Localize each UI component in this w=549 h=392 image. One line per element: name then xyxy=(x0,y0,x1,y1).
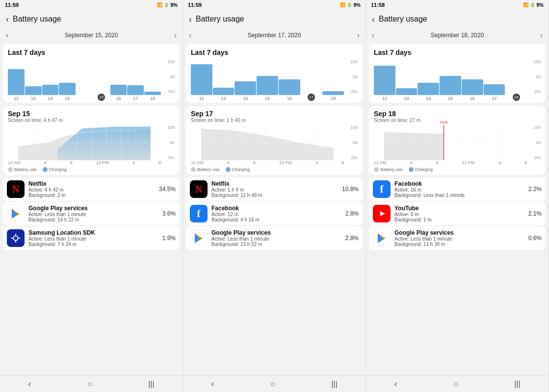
status-bar: 11:59 📶🔋9% xyxy=(183,0,366,10)
app-item[interactable]: YouTube Active: 9 m Background: 1 m 2.1% xyxy=(369,202,546,225)
chart-legend: Battery use Charging xyxy=(374,166,541,173)
app-percent: 3.6% xyxy=(162,210,176,217)
nav-home-button[interactable]: ○ xyxy=(264,378,281,391)
date-text: September 18, 2020 xyxy=(378,32,536,39)
app-info: Netflix Active: 4 h 42 m Background: 2 m xyxy=(28,180,155,198)
svg-marker-17 xyxy=(201,128,334,160)
header: ‹ Battery usage xyxy=(0,10,183,28)
app-percent: 10.8% xyxy=(342,186,359,193)
battery-legend: Battery use xyxy=(374,167,403,172)
app-background: Background: 7 h 24 m xyxy=(28,242,158,247)
app-background: Background: 23 h 52 m xyxy=(211,242,341,247)
app-icon xyxy=(373,205,391,222)
date-prev-button[interactable]: ‹ xyxy=(4,31,10,40)
app-item[interactable]: Google Play services Active: Less than 1… xyxy=(3,202,180,225)
date-text: September 15, 2020 xyxy=(12,32,170,39)
date-next-button[interactable]: › xyxy=(355,31,362,40)
charging-legend: Charging xyxy=(43,167,67,172)
app-list: f Facebook Active: 16 m Background: Less… xyxy=(366,176,549,375)
app-name: Netflix xyxy=(211,180,338,187)
app-item[interactable]: Samsung Location SDK Active: Less than 1… xyxy=(3,226,180,250)
app-icon xyxy=(7,229,25,247)
app-item[interactable]: N Netflix Active: 1 h 9 m Background: 11… xyxy=(186,177,363,201)
nav-recents-button[interactable]: ||| xyxy=(508,378,526,391)
app-active: Active: 4 h 42 m xyxy=(28,187,155,193)
daily-date: Sep 18 xyxy=(374,110,541,118)
app-percent: 2.2% xyxy=(528,186,542,193)
last7-card: Last 7 days 12 13 14 15 1 xyxy=(186,44,363,103)
date-nav: ‹ September 15, 2020 › xyxy=(0,28,183,42)
screen-time: Screen on time: 4 h 47 m xyxy=(8,118,175,123)
battery-legend: Battery use xyxy=(8,167,37,172)
daily-date: Sep 17 xyxy=(191,110,358,118)
app-name: Google Play services xyxy=(211,229,341,236)
app-info: Facebook Active: 16 m Background: Less t… xyxy=(394,180,524,198)
date-next-button[interactable]: › xyxy=(172,31,179,40)
screen-time: Screen on time: 27 m xyxy=(374,118,541,123)
app-info: Samsung Location SDK Active: Less than 1… xyxy=(28,229,158,247)
nav-back-button[interactable]: ‹ xyxy=(22,377,37,391)
status-icons: 📶🔋9% xyxy=(340,2,361,8)
app-background: Background: 2 m xyxy=(28,193,155,198)
app-name: Google Play services xyxy=(394,229,524,236)
app-active: Active: Less than 1 minute xyxy=(211,236,341,242)
svg-text:Now: Now xyxy=(440,120,447,124)
app-item[interactable]: f Facebook Active: 12 m Background: 4 h … xyxy=(186,202,363,225)
back-arrow[interactable]: ‹ xyxy=(372,14,375,24)
app-info: Facebook Active: 12 m Background: 4 h 16… xyxy=(211,205,341,222)
charging-legend: Charging xyxy=(226,167,250,172)
app-info: YouTube Active: 9 m Background: 1 m xyxy=(394,205,524,222)
daily-section: Sep 18 Screen on time: 27 m Now 100 50 0… xyxy=(369,106,546,175)
date-nav: ‹ September 18, 2020 › xyxy=(366,28,549,42)
last7-card: Last 7 days 12 13 14 15 xyxy=(3,44,180,103)
app-active: Active: 12 m xyxy=(211,212,341,217)
nav-recents-button[interactable]: ||| xyxy=(142,378,160,391)
nav-home-button[interactable]: ○ xyxy=(447,378,464,391)
app-icon: f xyxy=(373,180,391,198)
daily-date: Sep 15 xyxy=(8,110,175,118)
nav-back-button[interactable]: ‹ xyxy=(388,377,403,391)
status-time: 11:58 xyxy=(371,2,385,8)
app-item[interactable]: Google Play services Active: Less than 1… xyxy=(186,226,363,250)
chart-legend: Battery use Charging xyxy=(8,166,175,173)
app-icon xyxy=(373,229,391,247)
status-bar: 11:59 📶🔋9% xyxy=(0,0,183,10)
nav-home-button[interactable]: ○ xyxy=(81,378,98,391)
status-bar: 11:58 📶🔋9% xyxy=(366,0,549,10)
date-text: September 17, 2020 xyxy=(195,32,353,39)
app-name: Google Play services xyxy=(28,205,158,212)
bottom-nav: ‹ ○ ||| xyxy=(0,375,183,392)
app-item[interactable]: N Netflix Active: 4 h 42 m Background: 2… xyxy=(3,177,180,201)
app-list: N Netflix Active: 1 h 9 m Background: 11… xyxy=(183,176,366,375)
app-percent: 2.8% xyxy=(345,235,359,242)
panel-3: 11:58 📶🔋9% ‹ Battery usage ‹ September 1… xyxy=(366,0,549,392)
nav-back-button[interactable]: ‹ xyxy=(205,377,220,391)
app-info: Netflix Active: 1 h 9 m Background: 11 h… xyxy=(211,180,338,198)
app-info: Google Play services Active: Less than 1… xyxy=(394,229,524,247)
bottom-nav: ‹ ○ ||| xyxy=(183,375,366,392)
date-prev-button[interactable]: ‹ xyxy=(187,31,193,40)
page-title: Battery usage xyxy=(13,15,61,24)
app-name: Samsung Location SDK xyxy=(28,229,158,236)
daily-section: Sep 15 Screen on time: 4 h 47 m 100 50 0 xyxy=(3,106,180,175)
app-background: Background: Less than 1 minute xyxy=(394,193,524,198)
back-arrow[interactable]: ‹ xyxy=(6,14,9,24)
date-next-button[interactable]: › xyxy=(538,31,545,40)
battery-legend: Battery use xyxy=(191,167,220,172)
app-item[interactable]: f Facebook Active: 16 m Background: Less… xyxy=(369,177,546,201)
app-item[interactable]: Google Play services Active: Less than 1… xyxy=(369,226,546,250)
back-arrow[interactable]: ‹ xyxy=(189,14,192,24)
app-percent: 1.9% xyxy=(162,235,176,242)
app-icon: f xyxy=(190,205,208,222)
app-icon xyxy=(7,205,25,222)
nav-recents-button[interactable]: ||| xyxy=(325,378,343,391)
app-active: Active: Less than 1 minute xyxy=(28,212,158,217)
charging-legend: Charging xyxy=(409,167,433,172)
header: ‹ Battery usage xyxy=(183,10,366,28)
app-icon xyxy=(190,229,208,247)
last7-title: Last 7 days xyxy=(8,49,175,56)
date-prev-button[interactable]: ‹ xyxy=(370,31,376,40)
last7-card: Last 7 days 12 13 14 15 1 xyxy=(369,44,546,103)
app-name: Facebook xyxy=(394,180,524,187)
app-background: Background: 4 h 16 m xyxy=(211,217,341,222)
